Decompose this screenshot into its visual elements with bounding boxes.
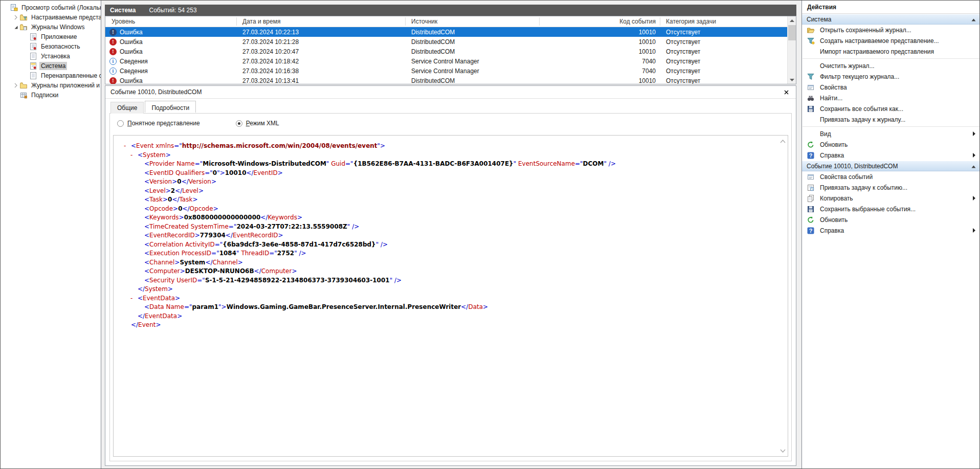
- cell-source: DistributedCOM: [405, 77, 539, 84]
- xml-line: </System>: [124, 285, 774, 294]
- action-item[interactable]: Фильтр текущего журнала...: [802, 71, 980, 82]
- xml-indent: [137, 195, 144, 205]
- event-row[interactable]: iСведения27.03.2024 10:18:42Service Cont…: [105, 56, 796, 66]
- cell-datetime: 27.03.2024 10:18:42: [236, 58, 405, 65]
- action-item[interactable]: Открыть сохраненный журнал...: [802, 25, 980, 35]
- collapse-section-icon[interactable]: [971, 16, 976, 23]
- action-item[interactable]: Вид: [802, 128, 980, 139]
- column-header-2[interactable]: Источник: [405, 16, 539, 27]
- tree-indent: [22, 73, 29, 79]
- expanded-chevron-icon[interactable]: [12, 24, 19, 30]
- no-icon: [807, 62, 815, 70]
- actions-section-header[interactable]: Система: [802, 14, 980, 25]
- event-list-scrollbar[interactable]: [787, 16, 796, 84]
- radio-button-icon[interactable]: [236, 120, 242, 127]
- action-item[interactable]: Создать настраиваемое представление...: [802, 35, 980, 46]
- xml-indent: [130, 312, 138, 321]
- action-item[interactable]: Очистить журнал...: [802, 60, 980, 71]
- action-item[interactable]: Сохранить выбранные события...: [802, 204, 980, 214]
- tree-item-установка[interactable]: Установка: [1, 51, 101, 61]
- action-label: Обновить: [820, 141, 980, 148]
- tree-item-label: Подписки: [30, 91, 60, 99]
- subscriptions-icon: [19, 91, 28, 99]
- action-item[interactable]: ?Справка: [802, 150, 980, 161]
- xml-indent: [137, 249, 144, 258]
- event-row[interactable]: !Ошибка27.03.2024 10:20:47DistributedCOM…: [105, 47, 796, 56]
- scroll-up-arrow[interactable]: [788, 16, 796, 25]
- page-icon: [29, 52, 38, 60]
- tree-indent: [22, 43, 29, 50]
- information-icon: i: [109, 68, 117, 75]
- error-icon: !: [109, 77, 117, 84]
- actions-title: Действия: [802, 1, 980, 14]
- tree-item-журналы-приложений-и-сл[interactable]: Журналы приложений и сл: [1, 80, 101, 90]
- action-item[interactable]: Найти...: [802, 93, 980, 103]
- tab-details[interactable]: Подробности: [145, 101, 196, 113]
- help-icon: ?: [807, 151, 815, 160]
- collapse-marker[interactable]: -: [124, 142, 131, 151]
- tree-item-система[interactable]: Система: [1, 61, 101, 71]
- tree-item-журналы-windows[interactable]: Журналы Windows: [1, 22, 101, 32]
- action-item[interactable]: Свойства: [802, 82, 980, 93]
- radio-friendly-view[interactable]: Понятное представление: [117, 120, 200, 127]
- xml-line: <Version>0</Version>: [124, 177, 774, 187]
- action-item[interactable]: Привязать задачу к событию...: [802, 182, 980, 193]
- scroll-down-arrow[interactable]: [788, 76, 796, 84]
- tree-item-перенаправленные-соб[interactable]: Перенаправленные соб: [1, 71, 101, 80]
- action-item[interactable]: Обновить: [802, 214, 980, 225]
- action-item[interactable]: Копировать: [802, 193, 980, 204]
- collapse-section-icon[interactable]: [971, 163, 976, 170]
- event-row[interactable]: !Ошибка27.03.2024 10:13:41DistributedCOM…: [105, 76, 796, 84]
- level-label: Ошибка: [120, 38, 143, 46]
- collapsed-chevron-icon[interactable]: [12, 14, 19, 20]
- cell-level: !Ошибка: [105, 38, 236, 46]
- action-item[interactable]: Привязать задачу к журналу...: [802, 114, 980, 125]
- action-item[interactable]: Сохранить все события как...: [802, 103, 980, 114]
- scrollbar-thumb[interactable]: [788, 25, 796, 40]
- level-label: Ошибка: [120, 77, 143, 84]
- radio-button-icon[interactable]: [117, 120, 124, 127]
- xml-scroll-down-icon[interactable]: [779, 448, 786, 453]
- collapse-marker[interactable]: -: [130, 151, 138, 160]
- event-detail-pane: Событие 10010, DistributedCOM ОбщиеПодро…: [105, 85, 796, 466]
- properties-icon: [807, 173, 815, 181]
- tree-item-настраиваемые-представле[interactable]: Настраиваемые представле: [1, 12, 101, 22]
- event-row[interactable]: iСведения27.03.2024 10:16:38Service Cont…: [105, 66, 796, 76]
- action-item[interactable]: Обновить: [802, 139, 980, 150]
- column-header-0[interactable]: Уровень: [105, 16, 236, 27]
- event-row[interactable]: !Ошибка27.03.2024 10:22:13DistributedCOM…: [105, 27, 796, 37]
- actions-section-header[interactable]: Событие 10010, DistributedCOM: [802, 161, 980, 171]
- properties-icon: [807, 83, 815, 92]
- tree-item-приложение[interactable]: Приложение: [1, 32, 101, 41]
- xml-indent: [137, 177, 144, 187]
- event-row[interactable]: !Ошибка27.03.2024 10:21:28DistributedCOM…: [105, 37, 796, 47]
- cell-level: !Ошибка: [105, 77, 236, 84]
- submenu-arrow-icon: [970, 228, 977, 233]
- svg-text:?: ?: [809, 228, 813, 234]
- log-red-icon: [29, 33, 38, 41]
- xml-indent: [137, 187, 144, 196]
- xml-scroll-up-icon[interactable]: [779, 139, 786, 144]
- task-icon: [807, 184, 815, 192]
- collapse-marker[interactable]: -: [130, 294, 138, 303]
- column-header-1[interactable]: Дата и время: [236, 16, 405, 27]
- column-header-3[interactable]: Код события: [539, 16, 660, 27]
- column-header-4[interactable]: Категория задачи: [660, 16, 785, 27]
- action-label: Фильтр текущего журнала...: [820, 73, 980, 80]
- xml-line: -<System>: [124, 151, 774, 160]
- radio-xml-view[interactable]: Режим XML: [236, 120, 279, 127]
- tree-item-просмотр-событий-локальнь[interactable]: Просмотр событий (Локальнь: [1, 3, 101, 12]
- action-item[interactable]: ?Справка: [802, 225, 980, 236]
- xml-view[interactable]: -<Event xmlns="http://schemas.microsoft.…: [113, 135, 788, 457]
- error-icon: !: [109, 29, 117, 36]
- tree-item-подписки[interactable]: Подписки: [1, 90, 101, 100]
- collapsed-chevron-icon[interactable]: [12, 82, 19, 88]
- tab-general[interactable]: Общие: [110, 102, 144, 114]
- log-red-icon: [29, 42, 38, 51]
- xml-indent: [137, 169, 144, 178]
- action-item[interactable]: Свойства событий: [802, 171, 980, 182]
- action-item[interactable]: Импорт настраиваемого представления: [802, 46, 980, 57]
- tree-item-безопасность[interactable]: Безопасность: [1, 41, 101, 51]
- close-icon[interactable]: [782, 87, 791, 97]
- xml-line: <Channel>System</Channel>: [124, 258, 774, 267]
